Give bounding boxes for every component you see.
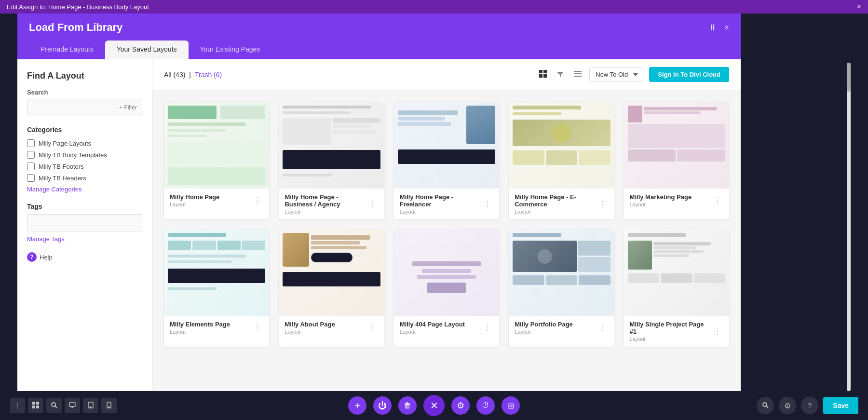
trash-link[interactable]: Trash (6) (195, 71, 222, 79)
manage-tags-link[interactable]: Manage Tags (27, 235, 142, 243)
card-info-1: Milly Home Page Layout (170, 193, 219, 207)
card-name-6: Milly Elements Page (170, 321, 230, 328)
card-menu-button-4[interactable]: ⋮ (597, 199, 609, 210)
svg-rect-3 (543, 74, 547, 78)
columns-button[interactable]: ⊞ (502, 396, 520, 415)
save-button[interactable]: Save (823, 397, 858, 414)
card-preview-6 (164, 229, 269, 316)
layouts-grid: Milly Home Page Layout ⋮ (152, 90, 741, 409)
layout-card-milly-home-page[interactable]: Milly Home Page Layout ⋮ (164, 102, 269, 219)
card-menu-button-5[interactable]: ⋮ (712, 195, 723, 206)
top-bar-title: Edit Assign to: Home Page - Business Bod… (7, 3, 149, 11)
card-preview-3 (394, 102, 499, 189)
layout-card-milly-ecommerce[interactable]: Milly Home Page - E-Commerce Layout ⋮ (509, 102, 614, 219)
bottom-left: ⋮ (10, 398, 117, 413)
category-milly-tb-footers-checkbox[interactable] (27, 163, 35, 170)
help-label: Help (40, 254, 53, 261)
bottom-tablet-button[interactable] (83, 398, 98, 413)
add-button[interactable]: + (348, 396, 366, 415)
card-footer-9: Milly Portfolio Page Layout ⋮ (509, 316, 614, 339)
close-x-button[interactable]: ✕ (423, 395, 445, 416)
bottom-mobile-button[interactable] (101, 398, 117, 413)
search-box[interactable]: + Filter (27, 99, 142, 116)
bottom-more-button[interactable]: ⋮ (10, 398, 25, 413)
modal-body: Find A Layout Search + Filter Categories… (17, 59, 741, 409)
bottom-right-settings-button[interactable]: ⚙ (779, 397, 796, 414)
filter-icon-button[interactable] (555, 68, 566, 81)
manage-categories-link[interactable]: Manage Categories (27, 186, 142, 193)
card-menu-button-6[interactable]: ⋮ (252, 322, 263, 333)
card-preview-2 (279, 102, 384, 189)
svg-rect-9 (32, 406, 35, 408)
card-menu-button-3[interactable]: ⋮ (482, 199, 493, 210)
sign-in-divi-cloud-button[interactable]: Sign In To Divi Cloud (649, 67, 729, 82)
card-name-8: Milly 404 Page Layout (400, 321, 465, 328)
layout-card-milly-single-project[interactable]: Milly Single Project Page #1 Layout ⋮ (624, 229, 729, 347)
modal-close-button[interactable]: × (724, 23, 729, 33)
card-preview-10 (624, 229, 729, 316)
card-preview-9 (509, 229, 614, 316)
svg-point-17 (90, 406, 91, 407)
layout-card-milly-freelancer[interactable]: Milly Home Page - Freelancer Layout ⋮ (394, 102, 499, 219)
svg-rect-8 (36, 402, 39, 405)
settings-button[interactable]: ⚙ (451, 396, 470, 415)
card-name-2: Milly Home Page - Business / Agency (285, 193, 366, 208)
bottom-desktop-button[interactable] (65, 398, 80, 413)
card-footer-3: Milly Home Page - Freelancer Layout ⋮ (394, 189, 499, 219)
layout-card-milly-business[interactable]: Milly Home Page - Business / Agency Layo… (279, 102, 384, 219)
card-menu-button-10[interactable]: ⋮ (712, 326, 723, 337)
modal-header: Load From Library ⏸ × Premade Layouts Yo… (17, 14, 741, 59)
modal-scrollbar[interactable] (847, 63, 851, 391)
sort-select[interactable]: New To Old Old To New A to Z Z to A (589, 67, 643, 82)
bottom-right-search-button[interactable] (757, 397, 774, 414)
card-menu-button-1[interactable]: ⋮ (252, 195, 263, 206)
layout-card-milly-elements[interactable]: Milly Elements Page Layout ⋮ (164, 229, 269, 347)
card-preview-8 (394, 229, 499, 316)
delete-button[interactable]: 🗑 (398, 396, 417, 415)
tab-premade-layouts[interactable]: Premade Layouts (29, 41, 105, 59)
bottom-grid-button[interactable] (28, 398, 43, 413)
card-info-5: Milly Marketing Page Layout (630, 193, 692, 207)
svg-rect-10 (36, 406, 39, 408)
modal-pause-button[interactable]: ⏸ (708, 23, 717, 33)
layout-card-milly-marketing[interactable]: Milly Marketing Page Layout ⋮ (624, 102, 729, 219)
category-milly-page-checkbox[interactable] (27, 139, 35, 147)
tab-saved-layouts[interactable]: Your Saved Layouts (105, 41, 189, 59)
category-milly-tb-headers-checkbox[interactable] (27, 174, 35, 182)
layout-card-milly-404[interactable]: Milly 404 Page Layout Layout ⋮ (394, 229, 499, 347)
tags-input[interactable] (27, 214, 142, 231)
card-footer-2: Milly Home Page - Business / Agency Layo… (279, 189, 384, 219)
grid-view-button[interactable] (537, 68, 549, 81)
list-view-button[interactable] (572, 68, 583, 81)
card-type-2: Layout (285, 209, 366, 215)
card-menu-button-7[interactable]: ⋮ (367, 322, 379, 333)
category-milly-tb-body: Milly TB Body Templates (27, 151, 142, 159)
history-button[interactable]: ⏱ (476, 396, 495, 415)
card-preview-1 (164, 102, 269, 189)
power-button[interactable]: ⏻ (373, 396, 392, 415)
card-type-9: Layout (515, 329, 573, 335)
card-info-2: Milly Home Page - Business / Agency Layo… (285, 193, 366, 215)
card-type-4: Layout (515, 209, 597, 215)
category-milly-tb-body-checkbox[interactable] (27, 151, 35, 159)
card-name-10: Milly Single Project Page #1 (630, 321, 712, 335)
help-row[interactable]: ? Help (27, 252, 142, 262)
tab-existing-pages[interactable]: Your Existing Pages (189, 41, 272, 59)
card-menu-button-8[interactable]: ⋮ (482, 322, 493, 333)
category-milly-page-label: Milly Page Layouts (39, 140, 91, 147)
main-content: All (43) | Trash (6) New To Old (152, 59, 741, 409)
card-footer-8: Milly 404 Page Layout Layout ⋮ (394, 316, 499, 339)
bottom-right-help-button[interactable]: ? (801, 397, 818, 414)
categories-heading: Categories (27, 126, 142, 134)
card-footer-4: Milly Home Page - E-Commerce Layout ⋮ (509, 189, 614, 219)
all-count: All (43) (164, 71, 185, 79)
card-menu-button-2[interactable]: ⋮ (367, 199, 379, 210)
card-menu-button-9[interactable]: ⋮ (597, 322, 609, 333)
filter-button[interactable]: + Filter (119, 104, 137, 111)
bottom-search-button[interactable] (46, 398, 62, 413)
layout-card-milly-portfolio[interactable]: Milly Portfolio Page Layout ⋮ (509, 229, 614, 347)
layout-card-milly-about[interactable]: Milly About Page Layout ⋮ (279, 229, 384, 347)
card-name-7: Milly About Page (285, 321, 335, 328)
tags-heading: Tags (27, 203, 142, 210)
top-bar-close-button[interactable]: × (857, 2, 861, 11)
